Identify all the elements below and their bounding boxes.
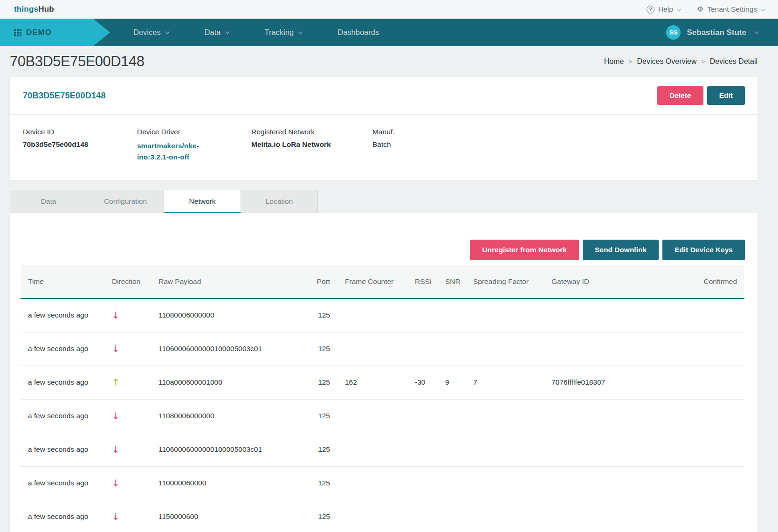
edit-device-keys-button[interactable]: Edit Device Keys <box>662 240 745 260</box>
cell-snr <box>438 500 466 532</box>
cell-spreading-factor <box>466 332 544 366</box>
cell-confirmed <box>644 433 744 466</box>
field-manufacturer: Manuf. Batch <box>372 128 744 163</box>
cell-time: a few seconds ago <box>21 500 104 532</box>
manufacturer-value: Batch <box>372 140 744 149</box>
column-header-port: Port <box>307 265 337 298</box>
cell-time: a few seconds ago <box>21 366 104 399</box>
cell-snr <box>438 399 466 433</box>
chevron-down-icon <box>225 29 230 34</box>
tenant-settings-menu[interactable]: ⚙ Tenant Settings <box>697 5 764 14</box>
user-menu[interactable]: SS Sebastian Stute <box>666 25 757 40</box>
cell-confirmed <box>644 500 744 532</box>
breadcrumb-home[interactable]: Home <box>604 57 624 66</box>
tab-data[interactable]: Data <box>10 190 87 213</box>
cell-snr <box>438 433 466 466</box>
column-header-raw-payload: Raw Payload <box>151 265 307 298</box>
edit-button[interactable]: Edit <box>707 86 745 105</box>
cell-raw-payload: 1150000600 <box>151 500 307 532</box>
table-row: a few seconds ago ↓ 1150000600 125 <box>21 500 744 532</box>
cell-snr <box>438 466 466 500</box>
nav-item-devices[interactable]: Devices <box>133 28 168 37</box>
column-header-rssi: RSSI <box>407 265 438 298</box>
table-row: a few seconds ago ↓ 110000060000 125 <box>21 466 744 500</box>
device-summary-card: 70B3D5E75E00D148 Delete Edit Device ID 7… <box>10 77 757 180</box>
network-messages-table: Time Direction Raw Payload Port Frame Co… <box>21 265 744 532</box>
cell-frame-counter <box>337 332 407 366</box>
chevron-down-icon <box>165 29 170 34</box>
cell-time: a few seconds ago <box>21 433 104 466</box>
column-header-direction: Direction <box>104 265 151 298</box>
cell-confirmed <box>644 366 744 399</box>
cell-raw-payload: 11080006000000 <box>151 298 307 332</box>
cell-frame-counter: 162 <box>337 366 407 399</box>
nav-item-tracking[interactable]: Tracking <box>265 28 302 37</box>
breadcrumb-devices-overview[interactable]: Devices Overview <box>637 57 697 66</box>
cell-direction: ↑ <box>104 366 151 399</box>
cell-rssi: -30 <box>407 366 438 399</box>
cell-confirmed <box>644 399 744 433</box>
down-arrow-icon: ↓ <box>112 511 120 522</box>
cell-spreading-factor <box>466 298 544 332</box>
cell-frame-counter <box>337 466 407 500</box>
cell-rssi <box>407 332 438 366</box>
table-row: a few seconds ago ↓ 11060006000000100005… <box>21 332 744 366</box>
breadcrumb-devices-detail: Devices Detail <box>710 57 757 66</box>
user-name: Sebastian Stute <box>687 28 746 37</box>
cell-frame-counter <box>337 298 407 332</box>
column-header-frame-counter: Frame Counter <box>337 265 407 298</box>
cell-gateway-id <box>544 466 644 500</box>
chevron-down-icon <box>298 29 303 34</box>
cell-rssi <box>407 298 438 332</box>
cell-port: 125 <box>307 399 337 433</box>
cell-frame-counter <box>337 500 407 532</box>
nav-item-label: Devices <box>133 28 161 37</box>
field-label: Manuf. <box>372 128 744 136</box>
unregister-from-network-button[interactable]: Unregister from Network <box>470 240 579 260</box>
cell-snr: 9 <box>438 366 466 399</box>
device-driver-link[interactable]: smartmakers/nke-ino:3.2.1-on-off <box>137 140 221 163</box>
cell-confirmed <box>644 298 744 332</box>
send-downlink-button[interactable]: Send Downlink <box>583 240 659 260</box>
cell-gateway-id <box>544 399 644 433</box>
nav-item-data[interactable]: Data <box>205 28 228 37</box>
cell-spreading-factor <box>466 433 544 466</box>
cell-snr <box>438 332 466 366</box>
page-title: 70B3D5E75E00D148 <box>10 53 144 70</box>
network-table-body: a few seconds ago ↓ 11080006000000 125 a… <box>21 298 744 532</box>
cell-snr <box>438 298 466 332</box>
cell-direction: ↓ <box>104 332 151 366</box>
cell-port: 125 <box>307 466 337 500</box>
field-device-driver: Device Driver smartmakers/nke-ino:3.2.1-… <box>137 128 251 163</box>
tab-location[interactable]: Location <box>241 190 318 213</box>
cell-port: 125 <box>307 500 337 532</box>
main-navbar: DEMO Devices Data Tracking Dashboards SS… <box>0 19 778 46</box>
breadcrumb: Home > Devices Overview > Devices Detail <box>604 57 757 66</box>
help-menu[interactable]: ? Help <box>647 5 680 14</box>
delete-button[interactable]: Delete <box>657 86 703 105</box>
nav-item-dashboards[interactable]: Dashboards <box>337 28 379 37</box>
detail-tabs: Data Configuration Network Location <box>10 190 757 213</box>
cell-port: 125 <box>307 366 337 399</box>
breadcrumb-separator: > <box>628 58 632 65</box>
cell-confirmed <box>644 332 744 366</box>
tab-network[interactable]: Network <box>164 190 241 213</box>
cell-gateway-id <box>544 332 644 366</box>
cell-gateway-id <box>544 500 644 532</box>
nav-item-label: Data <box>205 28 221 37</box>
tenant-switcher[interactable]: DEMO <box>0 19 111 46</box>
cell-port: 125 <box>307 332 337 366</box>
thingshub-logo[interactable]: thingsHub <box>14 5 54 14</box>
field-label: Device ID <box>23 128 137 136</box>
cell-rssi <box>407 466 438 500</box>
registered-network-value: Melita.io LoRa Network <box>251 140 372 149</box>
table-row: a few seconds ago ↓ 11080006000000 125 <box>21 298 744 332</box>
column-header-time: Time <box>21 265 104 298</box>
column-header-gateway-id: Gateway ID <box>544 265 644 298</box>
table-row: a few seconds ago ↑ 110a000600001000 125… <box>21 366 744 399</box>
device-id-value: 70b3d5e75e00d148 <box>23 140 137 149</box>
column-header-spreading-factor: Spreading Factor <box>466 265 544 298</box>
tab-configuration[interactable]: Configuration <box>87 190 164 213</box>
breadcrumb-separator: > <box>702 58 705 65</box>
cell-frame-counter <box>337 399 407 433</box>
